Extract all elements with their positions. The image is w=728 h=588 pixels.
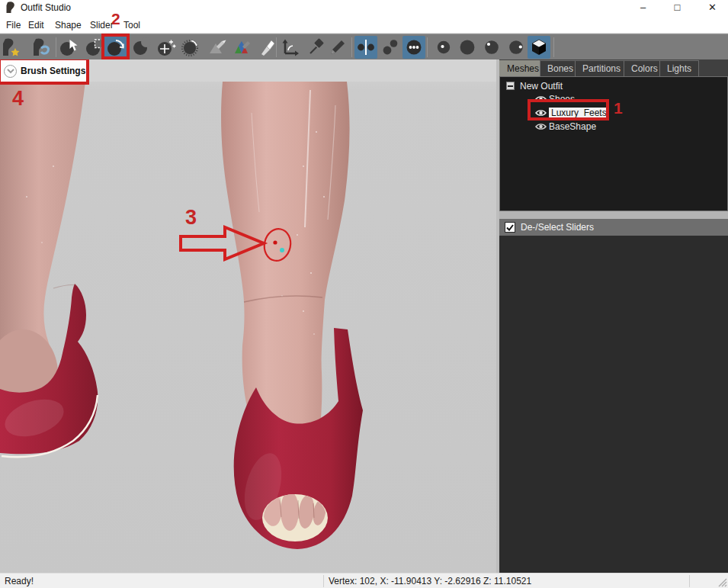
weight-brush-button[interactable] xyxy=(206,36,229,59)
status-message: Ready! xyxy=(5,576,34,586)
three-dots-icon xyxy=(404,37,424,57)
toolbar-separator xyxy=(56,37,56,57)
inflate-brush-button[interactable] xyxy=(104,36,127,59)
save-project-icon xyxy=(32,37,52,57)
select-tool-button[interactable] xyxy=(58,36,81,59)
connected-only-toggle-button[interactable] xyxy=(379,36,402,59)
circle-dot-right-icon xyxy=(506,37,526,57)
tab-partitions[interactable]: Partitions xyxy=(575,60,628,76)
toolbar-separator xyxy=(553,37,554,57)
chevron-down-icon xyxy=(4,65,17,78)
edit-vertex-tool-button[interactable] xyxy=(326,36,349,59)
tree-item-label-selected: Luxury_Feets xyxy=(549,108,609,118)
close-button[interactable]: ✕ xyxy=(695,0,728,15)
menu-file[interactable]: File xyxy=(3,18,24,32)
minimize-button[interactable]: – xyxy=(626,0,660,15)
tree-item-shoes[interactable]: Shoes xyxy=(535,92,575,105)
menu-bar: File Edit Shape Slider Tool xyxy=(0,15,728,34)
move-brush-button[interactable] xyxy=(155,36,178,59)
color-brush-button[interactable] xyxy=(231,36,254,59)
viewport-3d[interactable]: Brush Settings 4 3 xyxy=(0,59,497,573)
menu-slider[interactable]: Slider xyxy=(87,18,117,32)
tab-lights[interactable]: Lights xyxy=(659,60,699,76)
tree-item-label: BaseShape xyxy=(549,121,596,132)
circle-dot-center-icon xyxy=(434,37,454,57)
view-back-button[interactable] xyxy=(456,36,479,59)
transform-tool-icon xyxy=(280,37,300,57)
sliders-panel xyxy=(499,236,728,573)
mesh-tree-panel: New Outfit Shoes Luxury_Feets BaseShape xyxy=(499,76,728,211)
mirror-toggle-button[interactable] xyxy=(354,36,377,59)
load-project-button[interactable] xyxy=(0,36,23,59)
color-brush-icon xyxy=(233,37,252,57)
perspective-toggle-button[interactable] xyxy=(528,36,550,59)
status-separator xyxy=(689,575,690,587)
deselect-sliders-header[interactable]: De-/Select Sliders xyxy=(499,219,728,236)
view-left-button[interactable] xyxy=(480,36,503,59)
window-title: Outfit Studio xyxy=(21,2,71,13)
collapse-icon[interactable] xyxy=(506,82,515,90)
load-project-icon xyxy=(2,37,21,57)
alpha-brush-button[interactable] xyxy=(255,36,278,59)
mask-brush-button[interactable] xyxy=(84,36,107,59)
mesh-panel-tabs: Meshes Bones Partitions Colors Lights xyxy=(499,59,728,76)
circle-dot-topleft-icon xyxy=(482,37,502,57)
global-brush-collision-button[interactable] xyxy=(402,36,425,59)
view-front-button[interactable] xyxy=(432,36,455,59)
pin-tool-button[interactable] xyxy=(305,36,328,59)
eye-icon[interactable] xyxy=(535,122,547,131)
resize-grip[interactable] xyxy=(717,577,727,587)
app-icon xyxy=(5,2,18,14)
eye-icon[interactable] xyxy=(535,108,547,117)
deflate-brush-button[interactable] xyxy=(130,36,152,59)
alpha-brush-icon xyxy=(257,37,277,57)
select-tool-icon xyxy=(59,37,79,57)
status-vertex-info: Vertex: 102, X: -11.90413 Y: -2.62916 Z:… xyxy=(329,576,531,586)
tree-item-baseshape[interactable]: BaseShape xyxy=(535,120,596,133)
tree-item-label: New Outfit xyxy=(520,81,563,92)
deselect-sliders-checkbox[interactable] xyxy=(505,222,515,233)
panel-gap xyxy=(499,211,728,219)
weight-brush-icon xyxy=(207,37,227,57)
tree-item-label: Shoes xyxy=(549,94,575,104)
move-brush-icon xyxy=(156,37,176,57)
inflate-brush-icon xyxy=(106,37,126,57)
save-project-button[interactable] xyxy=(30,36,53,59)
tree-item-luxury-feets[interactable]: Luxury_Feets xyxy=(535,106,609,119)
status-separator xyxy=(323,575,324,587)
vertex-marker-red xyxy=(273,240,277,244)
title-bar[interactable]: Outfit Studio – □ ✕ xyxy=(0,0,728,15)
connected-vertices-icon xyxy=(380,37,400,57)
brush-settings-label: Brush Settings xyxy=(21,66,85,76)
toolbar-separator xyxy=(276,37,277,57)
pin-icon xyxy=(306,37,326,57)
eye-icon[interactable] xyxy=(535,95,547,104)
tree-item-new-outfit[interactable]: New Outfit xyxy=(506,79,563,92)
mask-brush-icon xyxy=(85,37,105,57)
toolbar-separator xyxy=(427,37,428,57)
menu-edit[interactable]: Edit xyxy=(25,18,47,32)
vertex-marker-cyan xyxy=(280,248,284,252)
deselect-sliders-label: De-/Select Sliders xyxy=(521,222,594,233)
mirror-icon xyxy=(356,37,376,57)
status-bar: Ready! Vertex: 102, X: -11.90413 Y: -2.6… xyxy=(0,573,728,588)
maximize-button[interactable]: □ xyxy=(660,0,694,15)
pencil-icon xyxy=(328,37,348,57)
transform-tool-button[interactable] xyxy=(278,36,301,59)
cube-icon xyxy=(529,37,549,57)
toolbar-separator xyxy=(351,37,352,57)
toolbar: Field of View: 65 xyxy=(0,34,728,59)
smooth-brush-icon xyxy=(181,37,200,57)
menu-shape[interactable]: Shape xyxy=(52,18,85,32)
circle-plain-icon xyxy=(457,37,477,57)
brush-settings-header[interactable]: Brush Settings xyxy=(0,59,88,82)
outfit-studio-window: Outfit Studio – □ ✕ File Edit Shape Slid… xyxy=(0,0,728,588)
view-right-button[interactable] xyxy=(505,36,528,59)
deflate-brush-icon xyxy=(131,37,151,57)
smooth-brush-button[interactable] xyxy=(179,36,202,59)
viewport-3d-scene xyxy=(0,59,497,573)
menu-tool[interactable]: Tool xyxy=(120,18,143,32)
